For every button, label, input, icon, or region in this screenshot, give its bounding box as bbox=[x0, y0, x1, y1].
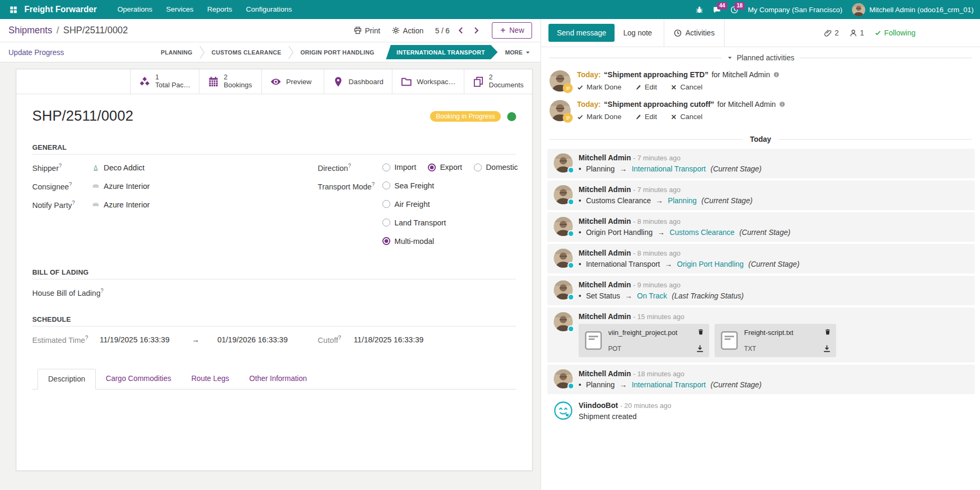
mark-done-button[interactable]: Mark Done bbox=[577, 113, 621, 121]
apps-grid-icon[interactable] bbox=[6, 3, 20, 16]
log-note-button[interactable]: Log note bbox=[615, 24, 661, 42]
attachment-card[interactable]: Freight-script.txt TXT bbox=[715, 324, 836, 357]
cancel-activity-button[interactable]: Cancel bbox=[671, 113, 702, 121]
workspace-button[interactable]: Workspac… bbox=[392, 69, 464, 94]
stage-to-link[interactable]: Origin Port Handling bbox=[677, 260, 744, 268]
stage-to-link[interactable]: International Transport bbox=[631, 165, 706, 173]
attachment-filename[interactable]: Freight-script.txt bbox=[744, 329, 820, 337]
message-author[interactable]: Mitchell Admin bbox=[579, 280, 631, 289]
message-author[interactable]: ViindooBot bbox=[579, 401, 618, 410]
stage-from: Origin Port Handling bbox=[586, 228, 653, 237]
pager-previous-button[interactable] bbox=[457, 26, 465, 34]
folder-icon bbox=[401, 76, 412, 87]
activity-assignee: for Mitchell Admin bbox=[717, 100, 775, 108]
following-toggle[interactable]: Following bbox=[875, 29, 915, 37]
direction-export-radio[interactable]: Export bbox=[428, 163, 462, 171]
attachment-filename[interactable]: viin_freight_project.pot bbox=[608, 329, 693, 337]
tab-other-information[interactable]: Other Information bbox=[239, 369, 317, 389]
pager-next-button[interactable] bbox=[472, 26, 480, 34]
message-author[interactable]: Mitchell Admin bbox=[579, 217, 631, 225]
stage-to-link[interactable]: Customs Clearance bbox=[670, 228, 735, 237]
messages-count-badge: 44 bbox=[717, 2, 727, 10]
debug-bug-icon[interactable] bbox=[695, 6, 703, 14]
online-dot bbox=[567, 294, 574, 301]
menu-operations[interactable]: Operations bbox=[111, 0, 159, 19]
tab-route-legs[interactable]: Route Legs bbox=[181, 369, 240, 389]
message-time: - 9 minutes ago bbox=[633, 281, 681, 289]
stage-to-link[interactable]: International Transport bbox=[631, 380, 706, 389]
partner-logo-icon bbox=[91, 182, 100, 190]
menu-services[interactable]: Services bbox=[159, 0, 200, 19]
trash-icon[interactable] bbox=[698, 329, 704, 335]
planned-activities-toggle[interactable]: Planned activities bbox=[727, 53, 794, 62]
print-button[interactable]: Print bbox=[354, 26, 380, 35]
tab-description[interactable]: Description bbox=[38, 369, 96, 389]
person-icon bbox=[849, 29, 857, 37]
edit-activity-button[interactable]: Edit bbox=[635, 113, 657, 121]
total-packages-button[interactable]: 1Total Pac… bbox=[130, 69, 198, 94]
tab-cargo-commodities[interactable]: Cargo Commodities bbox=[96, 369, 181, 389]
documents-button[interactable]: 2Documents bbox=[464, 69, 532, 94]
notify-party-value[interactable]: Azure Interior bbox=[91, 201, 150, 209]
mark-done-button[interactable]: Mark Done bbox=[577, 83, 621, 91]
edit-activity-button[interactable]: Edit bbox=[635, 83, 657, 91]
estimated-to-value[interactable]: 01/19/2026 16:33:39 bbox=[217, 335, 288, 344]
transport-multimodal-radio[interactable]: Multi-modal bbox=[382, 237, 446, 246]
app-title[interactable]: Freight Forwarder bbox=[24, 5, 97, 14]
kanban-state-dot[interactable] bbox=[507, 112, 516, 121]
activities-clock-icon[interactable]: 18 bbox=[730, 6, 738, 14]
message-author[interactable]: Mitchell Admin bbox=[579, 369, 631, 378]
transport-sea-radio[interactable]: Sea Freight bbox=[382, 182, 446, 190]
user-menu[interactable]: Mitchell Admin (odoo16_crm_01) bbox=[852, 3, 974, 16]
download-icon[interactable] bbox=[696, 344, 704, 352]
direction-domestic-radio[interactable]: Domestic bbox=[474, 163, 518, 171]
stage-more-button[interactable]: MORE bbox=[500, 49, 536, 56]
chevron-right-icon bbox=[472, 26, 480, 34]
activities-button[interactable]: Activities bbox=[667, 24, 721, 42]
info-icon[interactable] bbox=[773, 71, 780, 78]
shipper-value[interactable]: Deco Addict bbox=[91, 164, 144, 172]
update-progress-button[interactable]: Update Progress bbox=[8, 48, 64, 57]
message-author[interactable]: Mitchell Admin bbox=[579, 153, 631, 162]
attachments-counter[interactable]: 2 bbox=[824, 29, 839, 37]
new-button[interactable]: New bbox=[492, 22, 532, 39]
download-icon[interactable] bbox=[823, 344, 831, 352]
preview-button[interactable]: Preview bbox=[261, 69, 324, 94]
breadcrumb-shipments[interactable]: Shipments bbox=[8, 25, 52, 36]
estimated-from-value[interactable]: 11/19/2025 16:33:39 bbox=[99, 335, 169, 344]
stage-to-link[interactable]: Planning bbox=[668, 196, 697, 205]
cutoff-value[interactable]: 11/18/2025 16:33:39 bbox=[354, 335, 424, 344]
trash-icon[interactable] bbox=[825, 329, 831, 335]
info-icon[interactable] bbox=[779, 101, 785, 107]
stage-customs-clearance[interactable]: CUSTOMS CLEARANCE bbox=[205, 49, 288, 56]
transport-land-radio[interactable]: Land Transport bbox=[382, 219, 446, 227]
message-author[interactable]: Mitchell Admin bbox=[579, 185, 631, 194]
followers-counter[interactable]: 1 bbox=[849, 29, 864, 37]
online-dot bbox=[567, 325, 574, 332]
dashboard-button[interactable]: Dashboard bbox=[324, 69, 392, 94]
attachment-card[interactable]: viin_freight_project.pot POT bbox=[579, 324, 709, 357]
menu-reports[interactable]: Reports bbox=[200, 0, 239, 19]
online-dot bbox=[567, 262, 574, 269]
send-message-button[interactable]: Send message bbox=[548, 24, 615, 42]
transport-air-radio[interactable]: Air Freight bbox=[382, 200, 446, 208]
messages-icon[interactable]: 44 bbox=[713, 6, 721, 14]
consignee-value[interactable]: Azure Interior bbox=[91, 182, 150, 190]
transport-mode-label: Transport Mode? bbox=[318, 182, 382, 191]
message-author[interactable]: Mitchell Admin bbox=[579, 249, 631, 257]
estimated-time-label: Estimated Time? bbox=[32, 335, 88, 344]
message-row: Mitchell Admin- 18 minutes ago •Planning… bbox=[547, 365, 975, 394]
action-button[interactable]: Action bbox=[392, 26, 424, 35]
stage-origin-port-handling[interactable]: ORIGIN PORT HANDLING bbox=[294, 49, 381, 56]
bookings-button[interactable]: 2Bookings bbox=[199, 69, 261, 94]
direction-import-radio[interactable]: Import bbox=[382, 163, 416, 171]
section-general: GENERAL bbox=[32, 143, 516, 155]
tracking-to-link[interactable]: On Track bbox=[637, 292, 667, 300]
message-author[interactable]: Mitchell Admin bbox=[579, 312, 631, 321]
stage-international-transport-active[interactable]: INTERNATIONAL TRANSPORT bbox=[386, 45, 498, 59]
company-switcher[interactable]: My Company (San Francisco) bbox=[748, 6, 842, 14]
cancel-activity-button[interactable]: Cancel bbox=[671, 83, 702, 91]
menu-configurations[interactable]: Configurations bbox=[239, 0, 299, 19]
stage-pipeline: PLANNING CUSTOMS CLEARANCE ORIGIN PORT H… bbox=[154, 42, 536, 62]
stage-planning[interactable]: PLANNING bbox=[154, 49, 199, 56]
